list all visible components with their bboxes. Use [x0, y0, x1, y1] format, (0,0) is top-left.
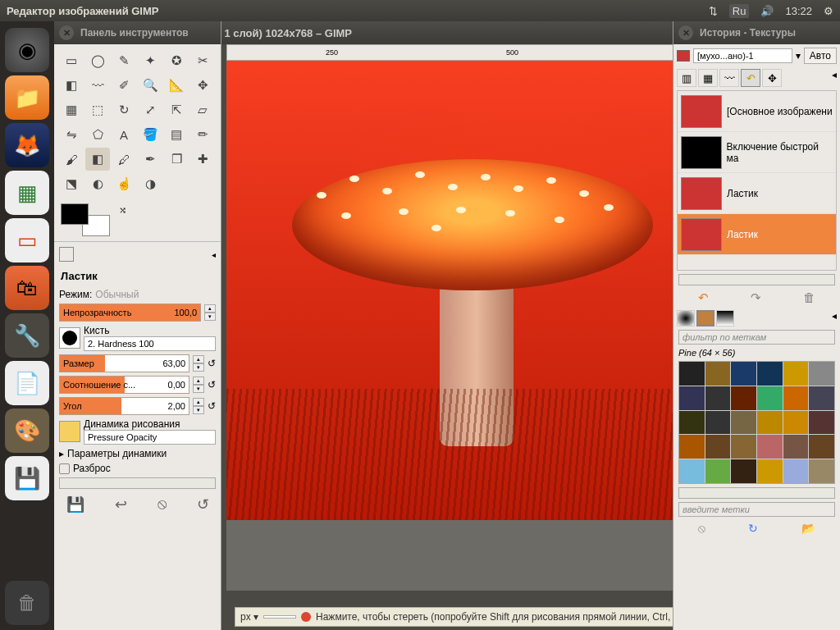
pattern-swatch[interactable] — [705, 435, 731, 459]
tool-pencil[interactable]: ✏ — [190, 123, 215, 146]
tool-options-tab-icon[interactable] — [59, 247, 74, 262]
close-icon[interactable]: ✕ — [59, 25, 74, 40]
pattern-swatch[interactable] — [679, 386, 705, 410]
gradients-tab-icon[interactable] — [716, 310, 734, 326]
dynamics-icon[interactable] — [59, 421, 80, 442]
tool-dodge[interactable]: ◑ — [138, 172, 162, 195]
tool-paintbrush[interactable]: 🖌 — [59, 148, 84, 171]
right-dock-titlebar[interactable]: ✕ История - Текстуры — [673, 21, 840, 44]
tool-align[interactable]: ▦ — [59, 98, 84, 121]
pattern-swatch[interactable] — [731, 386, 756, 410]
delete-pattern-icon[interactable]: ⦸ — [698, 522, 705, 536]
gimp-icon[interactable]: 🎨 — [5, 409, 49, 453]
libreoffice-calc-icon[interactable]: ▦ — [5, 171, 49, 215]
usb-drive-icon[interactable]: 💾 — [5, 456, 49, 500]
redo-button[interactable]: ↷ — [751, 290, 761, 305]
toolbox-titlebar[interactable]: ✕ Панель инструментов — [54, 21, 221, 44]
expand-dynamics-icon[interactable]: ▸ — [59, 448, 64, 459]
tool-shear[interactable]: ⇱ — [164, 98, 189, 121]
tool-scale[interactable]: ⤢ — [138, 98, 162, 121]
tool-blend[interactable]: ▤ — [164, 123, 189, 146]
undo-button[interactable]: ↶ — [698, 290, 709, 305]
pattern-swatch[interactable] — [705, 459, 731, 483]
pattern-swatch[interactable] — [757, 435, 783, 459]
pattern-swatch[interactable] — [783, 411, 809, 435]
pattern-swatch[interactable] — [705, 411, 731, 435]
history-item[interactable]: Включение быстрой ма — [678, 132, 836, 173]
keyboard-layout-indicator[interactable]: Ru — [729, 4, 750, 18]
tool-foreground-select[interactable]: ◧ — [59, 74, 84, 97]
angle-slider[interactable]: Угол 2,00 — [59, 397, 189, 415]
tool-heal[interactable]: ✚ — [190, 148, 215, 171]
tool-free-select[interactable]: ✎ — [112, 49, 136, 72]
pattern-swatch[interactable] — [783, 435, 809, 459]
pattern-swatch[interactable] — [809, 435, 834, 459]
dock-menu-icon[interactable]: ◂ — [832, 310, 837, 326]
pattern-swatch[interactable] — [679, 435, 705, 459]
tool-text[interactable]: A — [112, 123, 136, 146]
pattern-swatch[interactable] — [731, 435, 756, 459]
volume-icon[interactable]: 🔊 — [760, 5, 774, 17]
foreground-color[interactable] — [61, 203, 89, 225]
delete-preset-icon[interactable]: ⦸ — [158, 495, 167, 514]
history-scrollbar[interactable] — [678, 274, 835, 285]
dyn-params-label[interactable]: Параметры динамики — [67, 448, 167, 459]
refresh-patterns-icon[interactable]: ↻ — [748, 522, 758, 536]
pattern-swatch[interactable] — [809, 386, 834, 410]
pattern-swatch[interactable] — [757, 362, 783, 386]
tool-perspective-clone[interactable]: ⬔ — [59, 172, 84, 195]
canvas-area[interactable] — [226, 61, 676, 591]
pattern-swatch[interactable] — [679, 411, 705, 435]
tool-blur[interactable]: ◐ — [85, 172, 110, 195]
history-tab-icon[interactable]: ↶ — [741, 69, 760, 87]
canvas-image[interactable] — [226, 61, 676, 520]
history-item[interactable]: [Основное изображени — [678, 91, 836, 132]
tool-eraser[interactable]: ◧ — [85, 148, 110, 171]
tool-paths[interactable]: 〰 — [85, 74, 110, 97]
tool-ellipse-select[interactable]: ◯ — [85, 49, 110, 72]
image-selector[interactable]: [мухо...ано)-1 — [693, 48, 792, 63]
pattern-swatch[interactable] — [783, 362, 809, 386]
navigation-tab-icon[interactable]: ✥ — [762, 69, 782, 87]
pattern-swatch[interactable] — [731, 411, 756, 435]
reset-ratio-icon[interactable]: ↺ — [208, 379, 216, 390]
tool-crop[interactable]: ⬚ — [85, 98, 110, 121]
ratio-slider[interactable]: Соотношение с... 0,00 — [59, 376, 189, 394]
tool-clone[interactable]: ❐ — [164, 148, 189, 171]
settings-icon[interactable]: 🔧 — [5, 313, 49, 358]
angle-stepper[interactable]: ▴▾ — [193, 398, 204, 414]
clock[interactable]: 13:22 — [785, 5, 812, 17]
trash-icon[interactable]: 🗑 — [5, 581, 49, 625]
dock-menu-icon[interactable]: ◂ — [832, 69, 837, 87]
color-swatches[interactable]: ⤭ — [61, 203, 110, 236]
tool-scissors[interactable]: ✂ — [190, 49, 215, 72]
brushes-tab-icon[interactable] — [677, 310, 695, 326]
options-scrollbar[interactable] — [59, 477, 216, 489]
clear-history-button[interactable]: 🗑 — [803, 290, 815, 305]
firefox-icon[interactable]: 🦊 — [5, 123, 49, 167]
scatter-checkbox[interactable] — [59, 463, 70, 474]
software-center-icon[interactable]: 🛍 — [5, 266, 49, 310]
size-stepper[interactable]: ▴▾ — [193, 355, 204, 372]
tool-by-color-select[interactable]: ✪ — [164, 49, 189, 72]
pattern-swatch[interactable] — [757, 459, 783, 483]
libreoffice-writer-icon[interactable]: 📄 — [5, 361, 49, 405]
brush-name-input[interactable]: 2. Hardness 100 — [84, 336, 216, 351]
pattern-swatch[interactable] — [705, 362, 731, 386]
image-dropdown-icon[interactable]: ▾ — [796, 50, 801, 62]
pattern-swatch[interactable] — [757, 411, 783, 435]
tool-ink[interactable]: ✒ — [138, 148, 162, 171]
reset-preset-icon[interactable]: ↺ — [197, 495, 209, 514]
pattern-swatch[interactable] — [679, 362, 705, 386]
reset-size-icon[interactable]: ↺ — [208, 358, 216, 369]
pattern-swatch[interactable] — [809, 411, 834, 435]
tool-bucket-fill[interactable]: 🪣 — [138, 123, 162, 146]
save-preset-icon[interactable]: 💾 — [66, 495, 84, 514]
tool-perspective[interactable]: ▱ — [190, 98, 215, 121]
pattern-swatch[interactable] — [809, 459, 834, 483]
pattern-swatch[interactable] — [705, 386, 731, 410]
tool-measure[interactable]: 📐 — [164, 74, 189, 97]
dynamics-input[interactable]: Pressure Opacity — [84, 430, 216, 445]
tool-airbrush[interactable]: 🖊 — [112, 148, 136, 171]
swap-colors-icon[interactable]: ⤭ — [119, 205, 126, 216]
